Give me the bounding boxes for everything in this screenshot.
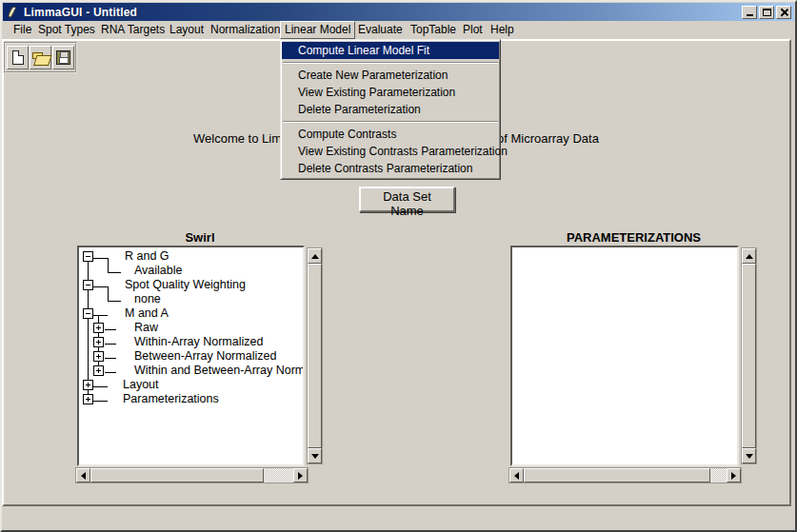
parameterizations-listbox[interactable]	[510, 246, 739, 466]
scroll-right-button[interactable]	[293, 468, 308, 483]
menu-toptable[interactable]: TopTable	[407, 21, 460, 39]
tree-node-raw[interactable]: Raw	[79, 321, 303, 335]
left-panel-title: Swirl	[77, 230, 323, 246]
welcome-text-right: of Microarray Data	[497, 131, 599, 146]
titlebar[interactable]: LimmaGUI - Untitled	[3, 3, 794, 21]
scrollbar-thumb[interactable]	[308, 264, 322, 448]
menubar: File Spot Types RNA Targets Layout Norma…	[3, 21, 794, 39]
tree-horizontal-scrollbar[interactable]	[75, 467, 309, 483]
menu-item-view-existing-parameterization[interactable]: View Existing Parameterization	[282, 84, 499, 101]
arrow-down-icon	[746, 454, 753, 459]
linear-model-dropdown: Compute Linear Model Fit Create New Para…	[280, 39, 501, 180]
scrollbar-track[interactable]	[710, 468, 727, 483]
maximize-icon	[763, 9, 771, 16]
window-controls	[742, 6, 791, 19]
expand-plus-icon[interactable]	[93, 337, 104, 347]
menu-item-create-new-parameterization[interactable]: Create New Parameterization	[282, 67, 499, 84]
welcome-text-left: Welcome to Lim	[193, 131, 282, 146]
app-feather-icon	[6, 5, 19, 19]
menu-separator	[283, 62, 498, 64]
menu-item-compute-linear-model-fit[interactable]: Compute Linear Model Fit	[282, 42, 499, 59]
collapse-minus-icon[interactable]	[83, 308, 93, 319]
scroll-down-button[interactable]	[308, 448, 322, 463]
parameterizations-vertical-scrollbar[interactable]	[741, 247, 757, 464]
data-set-name-button[interactable]: Data Set Name	[359, 187, 455, 212]
menu-item-delete-parameterization[interactable]: Delete Parameterization	[282, 101, 499, 118]
scroll-down-button[interactable]	[742, 448, 756, 463]
expand-plus-icon[interactable]	[93, 365, 104, 376]
tree-node-spot-quality-weighting[interactable]: Spot Quality Weighting	[79, 278, 303, 292]
collapse-minus-icon[interactable]	[83, 251, 93, 262]
minimize-button[interactable]	[742, 6, 757, 19]
close-button[interactable]	[776, 6, 791, 19]
app-window: LimmaGUI - Untitled File Spot Types RNA …	[0, 0, 797, 532]
scroll-up-button[interactable]	[308, 248, 322, 264]
menu-normalization[interactable]: Normalization	[207, 21, 284, 39]
right-panel-title: PARAMETERIZATIONS	[510, 230, 757, 246]
expand-plus-icon[interactable]	[83, 380, 93, 390]
scroll-left-button[interactable]	[509, 468, 524, 483]
tree-vertical-scrollbar[interactable]	[307, 247, 323, 464]
parameterizations-horizontal-scrollbar[interactable]	[508, 467, 742, 483]
close-icon	[780, 9, 787, 16]
arrow-left-icon	[514, 472, 519, 480]
toolbar	[4, 42, 77, 73]
scrollbar-thumb[interactable]	[90, 468, 264, 483]
arrow-up-icon	[746, 254, 753, 259]
tree-node-none[interactable]: none	[79, 292, 303, 306]
menu-linear-model-label: Linear Model	[285, 23, 350, 36]
expand-plus-icon[interactable]	[83, 394, 93, 404]
menu-rna-targets[interactable]: RNA Targets	[97, 21, 169, 39]
scrollbar-track[interactable]	[264, 468, 293, 483]
save-file-button[interactable]	[52, 46, 74, 69]
expand-plus-icon[interactable]	[93, 351, 104, 362]
scrollbar-thumb[interactable]	[524, 468, 710, 483]
menu-item-compute-contrasts[interactable]: Compute Contrasts	[282, 126, 499, 143]
arrow-right-icon	[298, 472, 303, 480]
arrow-up-icon	[311, 254, 319, 259]
tree-node-within-array-normalized[interactable]: Within-Array Normalized	[79, 335, 303, 349]
arrow-left-icon	[81, 472, 86, 480]
tree-rows: R and G Available Spot Quality Weighting…	[79, 249, 303, 406]
collapse-minus-icon[interactable]	[83, 280, 93, 290]
tree-node-layout[interactable]: Layout	[79, 378, 303, 392]
menu-item-delete-contrasts-parameterization[interactable]: Delete Contrasts Parameterization	[282, 160, 499, 177]
arrow-right-icon	[731, 472, 736, 480]
maximize-button[interactable]	[759, 6, 774, 19]
window-title: LimmaGUI - Untitled	[24, 6, 742, 19]
scroll-right-button[interactable]	[727, 468, 741, 483]
menu-plot[interactable]: Plot	[459, 21, 487, 39]
dataset-tree-listbox[interactable]: R and G Available Spot Quality Weighting…	[77, 246, 305, 466]
tree-node-between-array-normalized[interactable]: Between-Array Normalized	[79, 349, 303, 364]
menu-linear-model[interactable]: Linear Model Compute Linear Model Fit Cr…	[280, 21, 355, 39]
save-floppy-icon	[56, 50, 70, 65]
menu-evaluate[interactable]: Evaluate	[354, 21, 407, 39]
tree-node-parameterizations[interactable]: Parameterizations	[79, 392, 303, 406]
open-folder-icon	[32, 51, 50, 65]
scroll-up-button[interactable]	[742, 248, 756, 264]
tree-node-m-and-a[interactable]: M and A	[79, 306, 303, 321]
menu-separator	[283, 121, 498, 123]
menu-file[interactable]: File	[10, 21, 35, 39]
scroll-left-button[interactable]	[76, 468, 90, 483]
menu-item-view-existing-contrasts-parameterization[interactable]: View Existing Contrasts Parameterization	[282, 143, 499, 160]
menu-spot-types[interactable]: Spot Types	[34, 21, 99, 39]
arrow-down-icon	[311, 454, 319, 459]
scrollbar-thumb[interactable]	[742, 264, 756, 448]
expand-plus-icon[interactable]	[93, 323, 104, 333]
open-file-button[interactable]	[30, 46, 51, 69]
tree-node-r-and-g[interactable]: R and G	[79, 249, 303, 264]
minimize-icon	[747, 14, 753, 16]
tree-node-available[interactable]: Available	[79, 264, 303, 278]
new-document-icon	[12, 50, 24, 65]
menu-layout[interactable]: Layout	[166, 21, 208, 39]
tree-node-within-and-between-array-norm[interactable]: Within and Between-Array Norm	[79, 364, 303, 378]
menu-help[interactable]: Help	[487, 21, 518, 39]
new-file-button[interactable]	[7, 46, 29, 69]
